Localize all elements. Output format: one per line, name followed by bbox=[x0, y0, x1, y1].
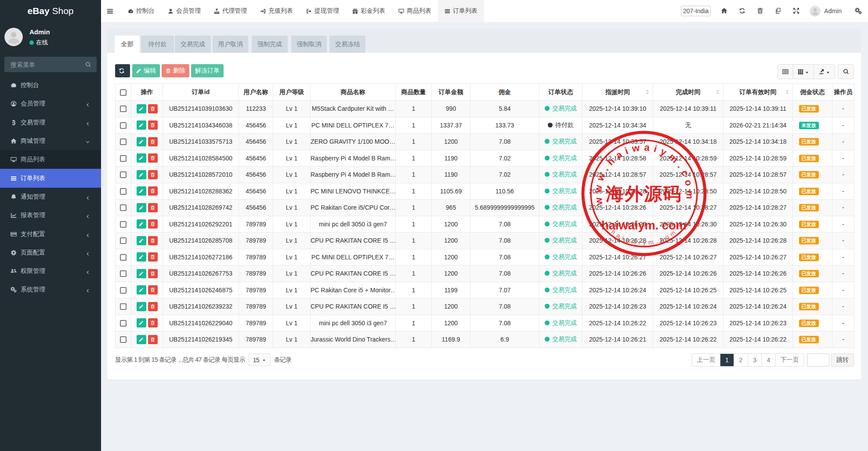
svg-text:海外源码: 海外源码 bbox=[605, 184, 682, 204]
